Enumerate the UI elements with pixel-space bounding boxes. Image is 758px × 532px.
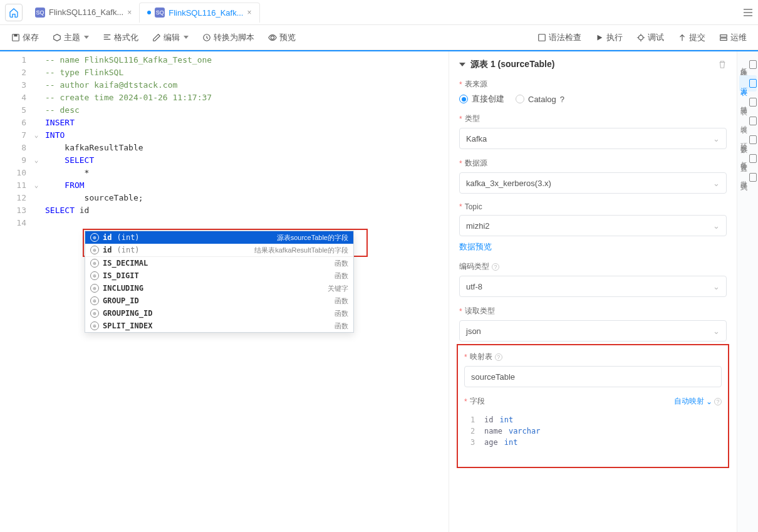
suggestion-icon: ⊕ bbox=[90, 233, 99, 242]
svg-rect-0 bbox=[744, 9, 752, 10]
chevron-down-icon bbox=[184, 36, 189, 39]
rail-env-params[interactable]: 环境参数 bbox=[739, 132, 757, 148]
delete-icon[interactable] bbox=[718, 60, 727, 69]
suggest-item[interactable]: ⊕INCLUDING关键字 bbox=[85, 282, 353, 295]
rail-task-settings[interactable]: 任务设置 bbox=[739, 150, 757, 167]
rail-batch-mode[interactable]: 批模式 bbox=[739, 169, 757, 185]
panel-icon bbox=[749, 79, 757, 88]
run-label: 执行 bbox=[606, 32, 623, 43]
debug-label: 调试 bbox=[648, 32, 664, 43]
suggest-item[interactable]: ⊕GROUP_ID函数 bbox=[85, 295, 353, 307]
help-icon[interactable]: ? bbox=[560, 95, 564, 104]
tab-inactive[interactable]: SQ FlinkSQL116_Kafk... × bbox=[28, 3, 139, 23]
schema-field-row: 1idint bbox=[470, 414, 715, 425]
edit-label: 编辑 bbox=[164, 32, 180, 43]
rail-task-detail[interactable]: 任务详情 bbox=[739, 56, 757, 73]
app-menu-icon[interactable] bbox=[743, 8, 753, 18]
suggestion-icon: ⊕ bbox=[90, 321, 99, 330]
editor-tabs: SQ FlinkSQL116_Kafk... × SQ FlinkSQL116_… bbox=[28, 3, 743, 23]
syntax-check-button[interactable]: 语法检查 bbox=[532, 29, 586, 46]
label-topic: *Topic bbox=[459, 202, 727, 211]
panel-icon bbox=[749, 154, 757, 163]
save-button[interactable]: 保存 bbox=[6, 29, 44, 46]
edit-button[interactable]: 编辑 bbox=[147, 29, 194, 46]
run-button[interactable]: 执行 bbox=[590, 29, 628, 46]
help-icon[interactable]: ? bbox=[495, 353, 502, 361]
dirty-dot-icon bbox=[147, 11, 151, 14]
chevron-down-icon bbox=[84, 36, 89, 39]
help-icon[interactable]: ? bbox=[492, 263, 499, 271]
schema-highlight-box: *映射表? sourceTable *字段 自动映射 ⌄ ? 1idint2na… bbox=[457, 344, 729, 468]
code-editor[interactable]: 1234567891011121314 ⌄⌄⌄ -- name FlinkSQL… bbox=[0, 51, 449, 532]
top-tab-bar: SQ FlinkSQL116_Kafk... × SQ FlinkSQL116_… bbox=[0, 0, 758, 25]
encoding-select[interactable]: utf-8⌄ bbox=[459, 276, 727, 297]
ops-button[interactable]: 运维 bbox=[714, 29, 752, 46]
suggest-item[interactable]: ⊕IS_DECIMAL函数 bbox=[85, 257, 353, 269]
datasource-select[interactable]: kafka_3x_kerberos(3.x)⌄ bbox=[459, 172, 727, 194]
submit-label: 提交 bbox=[689, 32, 705, 43]
label-datasource: *数据源 bbox=[459, 158, 727, 169]
help-icon[interactable]: ? bbox=[714, 398, 722, 405]
rail-source-table[interactable]: 源表 bbox=[739, 75, 757, 91]
rail-dim-table[interactable]: 维表 bbox=[739, 113, 757, 129]
label-type: *类型 bbox=[459, 113, 727, 124]
tab-type-icon: SQ bbox=[35, 8, 45, 18]
chevron-down-icon: ⌄ bbox=[713, 221, 720, 231]
chevron-down-icon: ⌄ bbox=[713, 134, 720, 143]
format-button[interactable]: 格式化 bbox=[98, 29, 143, 46]
suggest-item[interactable]: ⊕GROUPING_ID函数 bbox=[85, 307, 353, 320]
theme-button[interactable]: 主题 bbox=[48, 29, 94, 46]
topic-select[interactable]: mizhi2⌄ bbox=[459, 215, 727, 236]
svg-rect-10 bbox=[720, 34, 727, 37]
map-table-input[interactable]: sourceTable bbox=[464, 366, 722, 387]
suggest-item[interactable]: ⊕IS_DIGIT函数 bbox=[85, 269, 353, 282]
autocomplete-popup[interactable]: ⊕id(int)源表sourceTable的字段⊕id(int)结果表kafka… bbox=[85, 231, 354, 333]
to-script-button[interactable]: 转换为脚本 bbox=[197, 29, 259, 46]
panel-header[interactable]: 源表 1 (sourceTable) bbox=[459, 59, 727, 70]
debug-button[interactable]: 调试 bbox=[631, 29, 669, 46]
suggest-item[interactable]: ⊕id(int)结果表kafkaResultTable的字段 bbox=[85, 244, 353, 256]
main-area: 1234567891011121314 ⌄⌄⌄ -- name FlinkSQL… bbox=[0, 50, 758, 532]
label-source-origin: *表来源 bbox=[459, 79, 727, 90]
suggestion-icon: ⊕ bbox=[90, 296, 99, 305]
save-label: 保存 bbox=[23, 32, 39, 43]
suggest-item[interactable]: ⊕SPLIT_INDEX函数 bbox=[85, 320, 353, 332]
radio-direct-create[interactable]: 直接创建 bbox=[459, 93, 504, 105]
close-icon[interactable]: × bbox=[247, 8, 251, 17]
auto-map-button[interactable]: 自动映射 ⌄ ? bbox=[674, 396, 722, 407]
svg-rect-1 bbox=[744, 12, 752, 13]
ops-label: 运维 bbox=[730, 32, 747, 43]
rail-result-table[interactable]: 结果表 bbox=[739, 94, 757, 110]
panel-icon bbox=[749, 60, 757, 69]
svg-rect-11 bbox=[720, 38, 727, 40]
svg-rect-2 bbox=[744, 15, 752, 16]
format-label: 格式化 bbox=[114, 32, 138, 43]
svg-point-6 bbox=[271, 36, 274, 39]
panel-icon bbox=[749, 98, 757, 107]
suggestion-icon: ⊕ bbox=[90, 271, 99, 280]
chevron-down-icon: ⌄ bbox=[713, 282, 720, 291]
rail-label: 结果表 bbox=[739, 100, 749, 104]
home-button[interactable] bbox=[5, 4, 23, 21]
schema-field-list: 1idint2namevarchar3ageint bbox=[464, 410, 722, 452]
submit-button[interactable]: 提交 bbox=[673, 29, 710, 46]
tab-active[interactable]: SQ FlinkSQL116_Kafk... × bbox=[139, 3, 259, 23]
radio-catalog[interactable]: Catalog? bbox=[516, 95, 564, 104]
chevron-down-icon: ⌄ bbox=[713, 326, 720, 336]
read-type-select[interactable]: json⌄ bbox=[459, 320, 727, 342]
type-select[interactable]: Kafka⌄ bbox=[459, 128, 727, 149]
close-icon[interactable]: × bbox=[127, 8, 132, 17]
data-preview-link[interactable]: 数据预览 bbox=[459, 242, 492, 251]
suggestion-icon: ⊕ bbox=[90, 259, 99, 268]
suggest-item[interactable]: ⊕id(int)源表sourceTable的字段 bbox=[85, 231, 353, 244]
to-script-label: 转换为脚本 bbox=[214, 32, 254, 43]
suggestion-icon: ⊕ bbox=[90, 246, 99, 254]
svg-rect-7 bbox=[539, 34, 546, 41]
syntax-check-label: 语法检查 bbox=[549, 32, 581, 43]
tab-label: FlinkSQL116_Kafk... bbox=[49, 8, 123, 17]
line-gutter: 1234567891011121314 bbox=[0, 51, 31, 532]
preview-button[interactable]: 预览 bbox=[263, 29, 301, 46]
preview-label: 预览 bbox=[279, 32, 296, 43]
schema-field-row: 3ageint bbox=[470, 437, 715, 448]
suggestion-icon: ⊕ bbox=[90, 284, 99, 293]
